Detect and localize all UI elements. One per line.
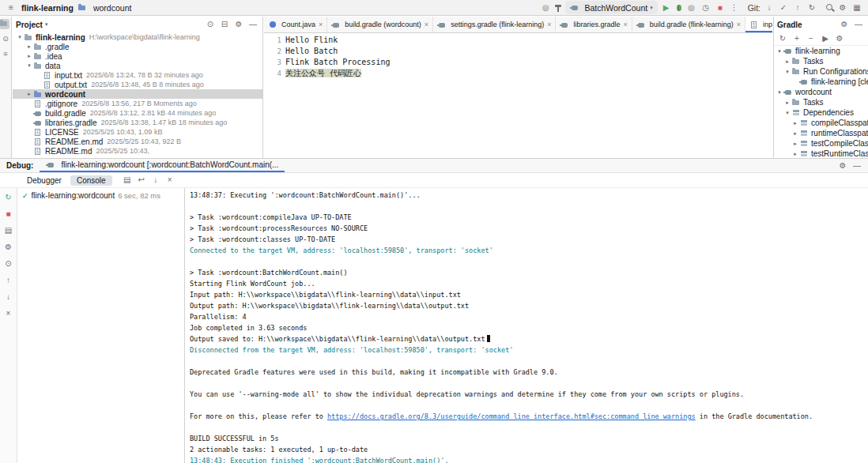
profiler-button[interactable]: ◷ (700, 2, 712, 14)
scroll-to-end-icon[interactable]: ↓ (149, 174, 162, 186)
editor-tab-build.gradle-flink-learning[interactable]: build.gradle (flink-learning)× (632, 17, 745, 32)
gradle-item-flink-learning-clear[interactable]: flink-learning [clear (774, 77, 868, 87)
hide-panel-icon[interactable]: — (852, 18, 865, 31)
chevron-right-icon[interactable]: ▸ (25, 43, 33, 50)
more-actions-button[interactable]: ⋮ (728, 2, 741, 14)
debug-view-tab-console[interactable]: Console (70, 175, 112, 186)
project-item-data[interactable]: ▾data (13, 61, 262, 70)
gradle-item-compileclasspath[interactable]: ▸compileClasspath (774, 118, 868, 128)
chevron-right-icon[interactable]: ▸ (791, 120, 799, 126)
chevron-down-icon[interactable]: ▾ (776, 48, 783, 55)
search-everywhere-icon[interactable] (825, 3, 835, 13)
chevron-right-icon[interactable]: ▸ (791, 151, 799, 157)
debug-session-node[interactable]: ✓ flink-learning:wordcount 6 sec, 82 ms (22, 191, 179, 200)
gradle-settings-icon[interactable]: ⚙ (833, 32, 846, 45)
collapse-all-icon[interactable]: ⊟ (218, 18, 231, 31)
editor-tab-count.java[interactable]: Count.java× (264, 17, 327, 32)
debug-button[interactable] (674, 3, 684, 13)
project-item-output.txt[interactable]: output.txt2025/6/8 13:48, 45 B 8 minutes… (13, 80, 262, 89)
editor-body[interactable]: 1234 Hello FlinkHello BatchFlink Batch P… (264, 33, 772, 79)
gradle-item-dependencies[interactable]: ▾Dependencies (774, 107, 868, 118)
chevron-right-icon[interactable]: ▸ (783, 100, 791, 106)
chevron-down-icon[interactable]: ▾ (45, 21, 48, 28)
project-item-readme.en.md[interactable]: README.en.md2025/5/25 10:43, 922 B (13, 137, 262, 146)
panel-settings-icon[interactable]: ⚙ (836, 160, 849, 172)
project-item-.gradle[interactable]: ▸.gradle (13, 42, 262, 51)
project-item-.gitignore[interactable]: .gitignore2025/6/8 13:56, 217 B Moments … (13, 99, 262, 108)
debug-settings-icon[interactable]: ⚙ (2, 241, 15, 254)
editor-tab-build.gradle-wordcount[interactable]: build.gradle (wordcount)× (327, 17, 433, 32)
soft-wrap-icon[interactable]: ↩ (135, 174, 148, 186)
hide-panel-icon[interactable]: — (247, 18, 259, 31)
project-tool-icon[interactable] (0, 19, 9, 29)
console-link[interactable]: https://docs.gradle.org/8.3/userguide/co… (327, 412, 696, 420)
close-icon[interactable]: × (2, 307, 15, 320)
git-fetch-icon[interactable]: ↻ (806, 2, 818, 14)
gradle-item-runtimeclasspath[interactable]: ▸runtimeClasspath (774, 128, 868, 138)
chevron-right-icon[interactable]: ▸ (791, 130, 799, 137)
hide-panel-icon[interactable]: — (851, 160, 863, 172)
layout-windows-icon[interactable]: ▦ (851, 2, 863, 14)
project-panel-title[interactable]: Project (16, 21, 43, 29)
chevron-down-icon[interactable]: ▾ (783, 110, 791, 116)
project-item-libraries.gradle[interactable]: libraries.gradle2025/6/8 13:38, 1.47 kB … (13, 118, 262, 127)
close-tab-icon[interactable]: × (425, 21, 428, 28)
gradle-item-tasks[interactable]: ▸Tasks (774, 56, 868, 66)
code-with-me-icon[interactable]: ◎ (539, 2, 552, 14)
main-menu-icon[interactable]: ≡ (5, 2, 17, 14)
close-tab-icon[interactable]: × (737, 21, 741, 28)
editor-tab-settings.gradle-flink-learning[interactable]: settings.gradle (flink-learning)× (433, 17, 556, 32)
debug-session-tab[interactable]: flink-learning:wordcount [:wordcount:Bat… (40, 159, 285, 172)
chevron-right-icon[interactable]: ▸ (791, 141, 799, 147)
chevron-down-icon[interactable]: ▾ (16, 34, 24, 40)
pin-tab-icon[interactable]: ⊙ (2, 258, 15, 270)
git-push-icon[interactable]: ↑ (791, 2, 804, 14)
project-item-wordcount[interactable]: ▸wordcount (13, 89, 262, 99)
project-item-build.gradle[interactable]: build.gradle2025/6/8 13:12, 2.81 kB 44 m… (13, 108, 262, 118)
project-item-license[interactable]: LICENSE2025/5/25 10:43, 1.09 kB (13, 127, 262, 137)
layout-settings-icon[interactable]: ▤ (121, 174, 134, 186)
chevron-right-icon[interactable]: ▸ (25, 53, 33, 59)
next-occurrence-icon[interactable]: ↓ (2, 291, 15, 303)
stop-button[interactable]: ■ (2, 208, 15, 220)
chevron-down-icon[interactable]: ▾ (783, 69, 791, 75)
panel-settings-icon[interactable]: ⚙ (232, 18, 245, 31)
commit-tool-icon[interactable]: ⊙ (1, 34, 11, 44)
git-update-icon[interactable]: ↓ (763, 2, 776, 14)
settings-icon[interactable]: ⚙ (836, 2, 849, 14)
gradle-item-run-configurations[interactable]: ▾Run Configurations (774, 66, 868, 77)
rerun-button[interactable]: ↻ (2, 191, 15, 204)
project-name[interactable]: flink-learning (21, 3, 74, 13)
editor-tab-input.txt[interactable]: input.txt× (745, 17, 772, 32)
detach-project-icon[interactable]: − (805, 32, 817, 45)
chevron-right-icon[interactable]: ▸ (25, 91, 33, 97)
execute-task-icon[interactable]: ▶ (819, 32, 832, 45)
gradle-item-flink-learning[interactable]: ▾flink-learning (774, 46, 868, 56)
gradle-item-tasks[interactable]: ▸Tasks (774, 97, 868, 107)
debug-view-tab-debugger[interactable]: Debugger (21, 175, 68, 186)
gradle-item-testruntimeclasspath[interactable]: ▸testRuntimeClasspath (774, 149, 868, 158)
stop-button[interactable]: ■ (714, 2, 726, 14)
run-configuration-select[interactable]: BatchWordCount ▾ (565, 1, 657, 14)
close-tab-icon[interactable]: × (319, 21, 323, 28)
console-output[interactable]: 13:48:37: Executing ':wordcount:BatchWor… (185, 188, 868, 463)
project-item-flink-learning[interactable]: ▾flink-learningH:\workspace\bigdata\flin… (13, 32, 262, 42)
close-tab-icon[interactable]: × (547, 21, 551, 28)
gradle-item-wordcount[interactable]: ▾wordcount (774, 87, 868, 97)
attach-project-icon[interactable]: + (791, 32, 803, 45)
editor-tab-libraries.gradle[interactable]: libraries.gradle× (556, 17, 632, 32)
build-project-icon[interactable] (553, 3, 563, 13)
close-tab-icon[interactable]: × (623, 21, 627, 28)
chevron-down-icon[interactable]: ▾ (776, 89, 783, 96)
gradle-item-testcompileclasspath[interactable]: ▸testCompileClasspath (774, 138, 868, 149)
project-item-readme.md[interactable]: README.md2025/5/25 10:43, (13, 146, 262, 156)
locate-file-icon[interactable]: ⊙ (204, 18, 217, 31)
panel-settings-icon[interactable]: ⚙ (838, 18, 851, 31)
clear-console-icon[interactable]: × (164, 174, 176, 186)
project-item-input.txt[interactable]: input.txt2025/6/8 13:24, 78 B 32 minutes… (13, 70, 262, 80)
chevron-right-icon[interactable]: ▸ (783, 58, 791, 65)
prev-occurrence-icon[interactable]: ↑ (2, 274, 15, 287)
project-item-.idea[interactable]: ▸.idea (13, 51, 262, 61)
restore-layout-icon[interactable]: ▤ (2, 224, 15, 237)
coverage-button[interactable]: ◎ (685, 2, 698, 14)
